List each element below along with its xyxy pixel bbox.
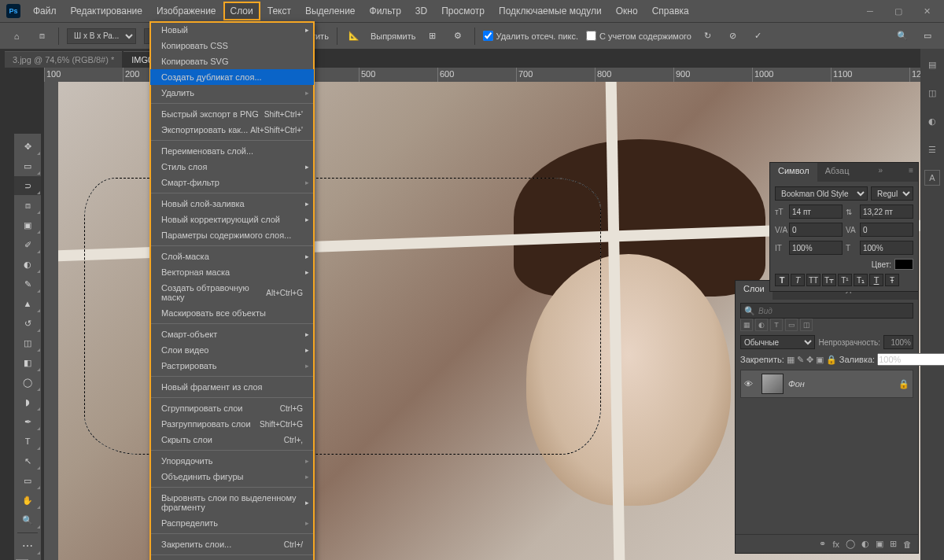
heal-tool[interactable]: ◐ [14, 255, 41, 274]
adjustment-icon[interactable]: ◐ [861, 539, 869, 549]
menu-layers[interactable]: Слои [224, 2, 260, 20]
pen-tool[interactable]: ✒ [14, 412, 41, 431]
menu-item[interactable]: Новый [150, 22, 314, 38]
restore-button[interactable]: ▢ [887, 3, 909, 19]
delete-icon[interactable]: 🗑 [903, 540, 912, 549]
group-icon[interactable]: ▣ [876, 539, 883, 549]
layer-item[interactable]: 👁 Фон 🔒 [740, 370, 913, 398]
commit-icon[interactable]: ✓ [750, 28, 767, 45]
lock-paint-icon[interactable]: ✎ [797, 354, 804, 365]
filter-smart-icon[interactable]: ◫ [800, 319, 813, 331]
mask-icon[interactable]: ◯ [846, 539, 855, 549]
italic-button[interactable]: T [791, 274, 805, 286]
super-button[interactable]: T¹ [838, 274, 852, 286]
path-tool[interactable]: ↖ [14, 451, 41, 470]
tab-layers[interactable]: Слои [736, 281, 773, 300]
gradient-tool[interactable]: ◧ [14, 353, 41, 372]
edit-toolbar[interactable]: ⋯ [14, 536, 41, 555]
eraser-tool[interactable]: ◫ [14, 333, 41, 352]
ratio-select[interactable]: Ш x В x Ра... [67, 28, 136, 44]
filter-type-icon[interactable]: T [770, 319, 783, 331]
filter-shape-icon[interactable]: ▭ [785, 319, 798, 331]
fx-icon[interactable]: fx [832, 540, 839, 549]
lock-all-icon[interactable]: 🔒 [826, 354, 837, 365]
layer-name[interactable]: Фон [788, 379, 894, 389]
menu-item[interactable]: Слой-маска [150, 249, 314, 264]
close-button[interactable]: ✕ [916, 3, 938, 19]
menu-item[interactable]: Создать дубликат слоя... [150, 69, 314, 85]
menu-item[interactable]: Векторная маска [150, 264, 314, 280]
menu-item[interactable]: Маскировать все объекты [150, 305, 314, 321]
tracking-field[interactable] [860, 223, 913, 237]
smallcaps-button[interactable]: Tᴛ [822, 274, 836, 286]
underline-button[interactable]: T [869, 274, 883, 286]
lasso-tool[interactable]: ⊃ [14, 176, 41, 195]
panel-menu[interactable]: ≡ [904, 163, 918, 182]
menu-text[interactable]: Текст [261, 2, 297, 20]
zoom-tool[interactable]: 🔍 [14, 510, 41, 529]
workspace-icon[interactable]: ▭ [919, 28, 936, 45]
color-panel-icon[interactable]: ▤ [924, 57, 940, 72]
brush-tool[interactable]: ✎ [14, 274, 41, 293]
adjustments-panel-icon[interactable]: ◐ [924, 113, 940, 129]
font-style-select[interactable]: Regular [871, 186, 913, 201]
visibility-icon[interactable]: 👁 [744, 379, 757, 389]
font-family-select[interactable]: Bookman Old Style [775, 186, 868, 201]
menu-file[interactable]: Файл [27, 2, 63, 20]
content-aware-check[interactable]: С учетом содержимого [586, 31, 691, 41]
menu-item[interactable]: Стиль слоя [150, 159, 314, 175]
minimize-button[interactable]: ─ [859, 3, 881, 19]
menu-window[interactable]: Окно [610, 2, 644, 20]
shape-tool[interactable]: ▭ [14, 471, 41, 490]
blur-tool[interactable]: ◯ [14, 373, 41, 392]
text-color-swatch[interactable] [894, 259, 913, 270]
character-panel-icon[interactable]: A [924, 170, 940, 186]
blend-mode-select[interactable]: Обычные [740, 335, 815, 349]
type-tool[interactable]: T [14, 432, 41, 451]
fill-field[interactable] [877, 353, 944, 366]
history-brush-tool[interactable]: ↺ [14, 314, 41, 333]
filter-pixel-icon[interactable]: ▦ [740, 319, 753, 331]
crop-tool-icon[interactable]: ⧈ [33, 28, 50, 45]
lock-pos-icon[interactable]: ✥ [806, 354, 813, 365]
menu-item[interactable]: Переименовать слой... [150, 143, 314, 159]
dodge-tool[interactable]: ◗ [14, 392, 41, 411]
frame-tool[interactable]: ▣ [14, 216, 41, 234]
swatches-panel-icon[interactable]: ◫ [924, 85, 940, 101]
cancel-icon[interactable]: ⊘ [725, 28, 742, 45]
tab-inactive[interactable]: 3.jpg @ 74,6% (RGB/8#) * [5, 51, 122, 68]
menu-plugins[interactable]: Подключаемые модули [492, 2, 608, 20]
hand-tool[interactable]: ✋ [14, 491, 41, 510]
bold-button[interactable]: T [775, 274, 789, 286]
link-icon[interactable]: ⚭ [819, 539, 826, 549]
menu-item[interactable]: Экспортировать как...Alt+Shift+Ctrl+' [150, 122, 314, 138]
sub-button[interactable]: T₁ [854, 274, 868, 286]
vscale-field[interactable] [789, 241, 843, 255]
straighten-icon[interactable]: 📐 [345, 28, 363, 45]
tab-character[interactable]: Символ [770, 163, 817, 182]
search-icon[interactable]: 🔍 [894, 28, 911, 45]
marquee-tool[interactable]: ▭ [14, 157, 41, 175]
lock-artboard-icon[interactable]: ▣ [816, 354, 824, 365]
menu-3d[interactable]: 3D [409, 2, 433, 20]
menu-item[interactable]: Смарт-объект [150, 326, 314, 342]
filter-adjust-icon[interactable]: ◐ [755, 319, 768, 331]
grid-icon[interactable]: ⊞ [424, 28, 441, 45]
strike-button[interactable]: Ŧ [885, 274, 899, 286]
home-icon[interactable]: ⌂ [8, 28, 25, 45]
menu-item[interactable]: Новый корректирующий слой [150, 212, 314, 227]
menu-help[interactable]: Справка [646, 2, 695, 20]
menu-filter[interactable]: Фильтр [363, 2, 407, 20]
menu-item[interactable]: Новый слой-заливка [150, 196, 314, 212]
gear-icon[interactable]: ⚙ [449, 28, 466, 45]
stamp-tool[interactable]: ▲ [14, 294, 41, 313]
menu-edit[interactable]: Редактирование [65, 2, 149, 20]
layer-search[interactable]: 🔍 [740, 303, 913, 319]
caps-button[interactable]: TT [806, 274, 820, 286]
tab-paragraph[interactable]: Абзац [817, 163, 857, 182]
eyedropper-tool[interactable]: ✐ [14, 235, 41, 254]
menu-item[interactable]: Слои видео [150, 342, 314, 358]
crop-tool[interactable]: ⧈ [14, 196, 41, 215]
menu-item[interactable]: Закрепить слои...Ctrl+/ [150, 536, 314, 552]
menu-item[interactable]: Выровнять слои по выделенному фрагменту [150, 490, 314, 515]
